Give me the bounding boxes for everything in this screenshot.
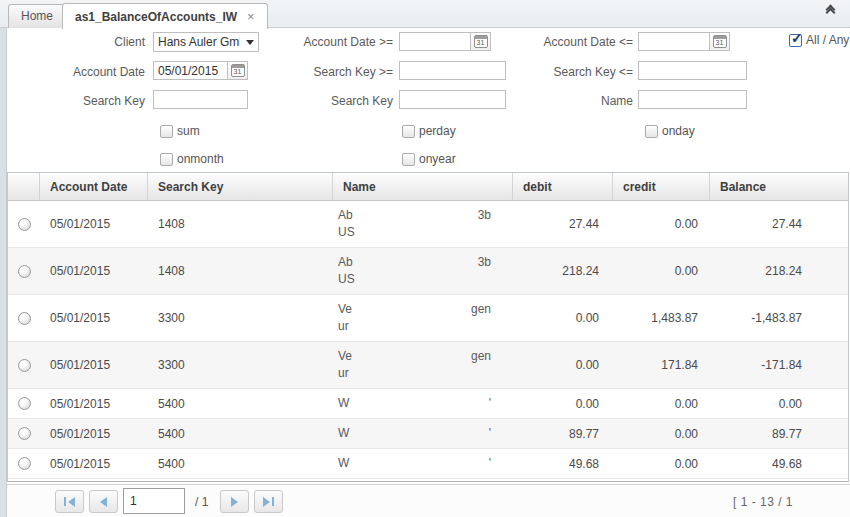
- account-date-from-field: 31: [399, 32, 491, 51]
- table-row[interactable]: 05/01/20155400W'89.770.0089.77: [8, 419, 848, 449]
- row-radio[interactable]: [18, 457, 31, 470]
- onyear-checkbox[interactable]: [402, 153, 415, 166]
- cell-debit: 49.68: [513, 457, 613, 471]
- cell-account-date: 05/01/2015: [40, 427, 148, 441]
- sum-label: sum: [177, 124, 200, 138]
- first-page-button[interactable]: [55, 490, 84, 513]
- header-balance[interactable]: Balance: [710, 173, 848, 200]
- calendar-button[interactable]: 31: [227, 61, 248, 80]
- onmonth-checkbox-wrap[interactable]: onmonth: [160, 152, 224, 166]
- calendar-button[interactable]: 31: [470, 32, 491, 51]
- search-key-1-label: Search Key: [25, 93, 145, 109]
- cell-account-date: 05/01/2015: [40, 397, 148, 411]
- row-radio[interactable]: [18, 218, 31, 231]
- cell-name: Ab3bUS: [333, 254, 513, 288]
- header-select-column: [8, 173, 40, 200]
- search-key-2-label: Search Key: [275, 93, 393, 109]
- name-fragment-line2: ur: [338, 318, 513, 335]
- cell-debit: 0.00: [513, 397, 613, 411]
- account-date-field: 31: [153, 61, 248, 80]
- cell-search-key: 3300: [148, 358, 333, 372]
- cell-debit: 89.77: [513, 427, 613, 441]
- name-fragment-right: ': [489, 425, 491, 442]
- cell-credit: 1,483.87: [613, 311, 710, 325]
- west-collapsed-panel[interactable]: [0, 28, 7, 517]
- row-radio[interactable]: [18, 265, 31, 278]
- table-row[interactable]: 05/01/20155400W'49.680.0049.68: [8, 449, 848, 479]
- name-fragment-line2: ur: [338, 365, 513, 382]
- all-any-checkbox-wrap[interactable]: All / Any: [789, 33, 849, 47]
- tab-home[interactable]: Home: [8, 4, 66, 28]
- row-radio[interactable]: [18, 427, 31, 440]
- arrow-left-icon: [68, 497, 75, 507]
- name-fragment-line2: US: [338, 271, 513, 288]
- tab-balance-label: as1_BalanceOfAccounts_IW: [75, 10, 237, 24]
- table-row[interactable]: 05/01/20155400W'0.000.000.00: [8, 389, 848, 419]
- calendar-button[interactable]: 31: [709, 32, 730, 51]
- onday-checkbox[interactable]: [645, 125, 658, 138]
- sum-checkbox[interactable]: [160, 125, 173, 138]
- perday-checkbox-wrap[interactable]: perday: [402, 124, 456, 138]
- tab-close-icon[interactable]: ×: [247, 9, 255, 24]
- client-select[interactable]: Hans Auler GmbH: [153, 32, 259, 52]
- cell-search-key: 1408: [148, 264, 333, 278]
- tab-home-label: Home: [21, 9, 53, 23]
- search-key-from-input[interactable]: [399, 61, 506, 80]
- previous-page-button[interactable]: [89, 490, 118, 513]
- cell-credit: 0.00: [613, 427, 710, 441]
- cell-credit: 0.00: [613, 457, 710, 471]
- pagination-bar: / 1 [ 1 - 13 / 1: [7, 484, 850, 517]
- header-name[interactable]: Name: [333, 173, 513, 200]
- next-page-button[interactable]: [220, 490, 249, 513]
- calendar-icon: 31: [231, 64, 245, 77]
- search-key-1-input[interactable]: [153, 90, 248, 109]
- collapse-panel-button[interactable]: [822, 6, 838, 22]
- name-fragment: Ve: [338, 302, 352, 316]
- arrow-right-icon: [231, 497, 238, 507]
- row-radio[interactable]: [18, 359, 31, 372]
- account-date-label: Account Date: [25, 64, 145, 80]
- name-fragment-right: gen: [471, 301, 491, 318]
- cell-account-date: 05/01/2015: [40, 264, 148, 278]
- onyear-checkbox-wrap[interactable]: onyear: [402, 152, 456, 166]
- table-row[interactable]: 05/01/20153300Vegenur0.001,483.87-1,483.…: [8, 295, 848, 342]
- all-any-checkbox[interactable]: [789, 34, 802, 47]
- calendar-icon: 31: [474, 35, 488, 48]
- page-number-input[interactable]: [123, 488, 185, 514]
- cell-credit: 0.00: [613, 217, 710, 231]
- cell-balance: -1,483.87: [710, 311, 848, 325]
- account-date-to-input[interactable]: [638, 32, 710, 51]
- header-debit[interactable]: debit: [513, 173, 613, 200]
- search-key-2-input[interactable]: [399, 90, 506, 109]
- onday-checkbox-wrap[interactable]: onday: [645, 124, 695, 138]
- name-fragment: Ab: [338, 255, 353, 269]
- onmonth-checkbox[interactable]: [160, 153, 173, 166]
- row-radio[interactable]: [18, 397, 31, 410]
- sum-checkbox-wrap[interactable]: sum: [160, 124, 200, 138]
- table-row[interactable]: 05/01/20151408Ab3bUS218.240.00218.24: [8, 248, 848, 295]
- search-key-to-label: Search Key <=: [515, 64, 633, 80]
- search-key-to-input[interactable]: [638, 61, 747, 80]
- name-fragment: Ve: [338, 349, 352, 363]
- header-credit[interactable]: credit: [613, 173, 710, 200]
- header-search-key[interactable]: Search Key: [148, 173, 333, 200]
- record-range-label: [ 1 - 13 / 1: [733, 495, 793, 509]
- row-select-cell: [8, 265, 40, 278]
- perday-checkbox[interactable]: [402, 125, 415, 138]
- last-page-button[interactable]: [254, 490, 283, 513]
- account-date-from-input[interactable]: [399, 32, 471, 51]
- cell-debit: 0.00: [513, 311, 613, 325]
- header-account-date[interactable]: Account Date: [40, 173, 148, 200]
- tab-balance-of-accounts[interactable]: as1_BalanceOfAccounts_IW×: [62, 3, 268, 29]
- cell-search-key: 5400: [148, 457, 333, 471]
- name-input[interactable]: [638, 90, 747, 109]
- table-row[interactable]: 05/01/20153300Vegenur0.00171.84-171.84: [8, 342, 848, 389]
- row-radio[interactable]: [18, 312, 31, 325]
- table-row[interactable]: 05/01/20151408Ab3bUS27.440.0027.44: [8, 201, 848, 248]
- account-date-input[interactable]: [153, 61, 228, 80]
- cell-debit: 0.00: [513, 358, 613, 372]
- tab-bar: Home as1_BalanceOfAccounts_IW×: [0, 0, 850, 28]
- cell-balance: 89.77: [710, 427, 848, 441]
- cell-credit: 0.00: [613, 397, 710, 411]
- name-fragment: W: [338, 456, 349, 470]
